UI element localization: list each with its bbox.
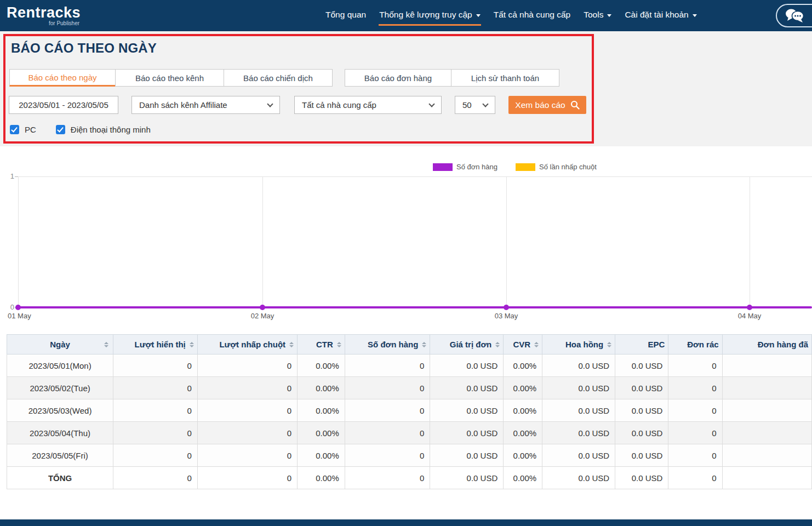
sort-up-icon (495, 342, 500, 344)
table-cell: 0 (345, 377, 430, 399)
tab-3[interactable]: Báo cáo đơn hàng (345, 69, 451, 87)
sort-icon[interactable] (422, 342, 426, 347)
column-header-4[interactable]: Số đơn hàng (345, 335, 430, 355)
table-cell: 0.00% (298, 422, 345, 444)
table-cell: 0 (113, 467, 198, 489)
table-cell: 0.00% (504, 444, 542, 467)
data-point[interactable] (747, 305, 752, 310)
column-label: Đơn rác (687, 340, 718, 349)
smartphone-checkbox[interactable] (56, 125, 65, 134)
column-label: Đơn hàng đã (758, 340, 808, 349)
chevron-down-icon (607, 14, 611, 17)
cell-value: 0.00% (316, 428, 339, 438)
sort-icon[interactable] (534, 342, 539, 347)
data-point[interactable] (15, 305, 21, 310)
channel-select[interactable]: Danh sách kênh Affiliate (131, 96, 280, 114)
table-cell: 0 (345, 467, 430, 489)
chat-button[interactable] (776, 4, 812, 27)
table-cell: 2023/05/02(Tue) (7, 377, 113, 399)
cell-value: 0 (187, 473, 191, 483)
gridline (262, 176, 263, 308)
page-size-select[interactable]: 50 (455, 96, 495, 114)
page-title: BÁO CÁO THEO NGÀY (11, 41, 157, 56)
table-cell: 0.0 USD (430, 467, 504, 489)
view-report-button[interactable]: Xem báo cáo (508, 96, 586, 114)
cell-value: 0.0 USD (467, 473, 498, 483)
column-header-2[interactable]: Lượt nhấp chuột (197, 335, 297, 355)
tab-2[interactable]: Báo cáo chiến dịch (224, 69, 333, 87)
cell-value: 0.00% (513, 406, 537, 415)
sort-icon[interactable] (337, 342, 341, 347)
cell-value: 0.0 USD (632, 384, 663, 393)
tab-label: Báo cáo theo ngày (28, 73, 96, 82)
table-cell: 0 (197, 377, 297, 399)
nav-item-label: Tổng quan (325, 10, 366, 20)
column-header-content: Đơn hàng đã (726, 340, 808, 349)
table-cell: 0 (345, 399, 430, 422)
page-size-value: 50 (462, 100, 472, 110)
cell-value: 0.0 USD (578, 361, 609, 370)
data-point[interactable] (260, 305, 265, 310)
data-point[interactable] (504, 305, 509, 310)
column-header-7[interactable]: Hoa hồng (542, 335, 615, 355)
date-range-input[interactable] (9, 96, 118, 114)
cell-value: 0.00% (316, 473, 339, 483)
chevron-down-icon (693, 14, 697, 17)
table-cell: 0.0 USD (615, 444, 668, 467)
cell-value: 0 (420, 473, 424, 483)
cell-value: 2023/05/04(Thu) (30, 428, 90, 438)
column-header-1[interactable]: Lượt hiển thị (113, 335, 198, 355)
channel-select-value: Danh sách kênh Affiliate (139, 100, 227, 110)
column-header-0[interactable]: Ngày (7, 335, 113, 355)
cell-value: 0 (287, 428, 291, 438)
cell-value: TỔNG (48, 473, 72, 483)
table-cell: 0 (197, 422, 297, 444)
table-cell: 0.0 USD (542, 444, 615, 467)
table-cell: 0.0 USD (615, 467, 668, 489)
sort-icon[interactable] (607, 342, 611, 347)
column-header-5[interactable]: Giá trị đơn (430, 335, 504, 355)
sort-icon[interactable] (190, 342, 194, 347)
report-tabs: Báo cáo theo ngàyBáo cáo theo kênhBáo cá… (9, 69, 559, 87)
sort-icon[interactable] (495, 342, 500, 347)
cell-value: 2023/05/05(Fri) (32, 451, 88, 460)
table-row: 2023/05/04(Thu)000.00%00.0 USD0.00%0.0 U… (7, 422, 812, 444)
table-cell: 0.0 USD (615, 377, 668, 399)
table-cell (722, 444, 811, 467)
chevron-down-icon (482, 101, 488, 107)
search-icon (570, 100, 580, 110)
column-label: Hoa hồng (565, 340, 603, 349)
tab-0[interactable]: Báo cáo theo ngày (9, 69, 116, 87)
device-filter-row: PC Điện thoại thông minh (10, 125, 151, 134)
series-line-orders (18, 306, 812, 308)
merchant-select[interactable]: Tất cả nhà cung cấp (294, 96, 442, 114)
nav-item-2[interactable]: Tất cả nhà cung cấp (493, 5, 571, 26)
column-header-3[interactable]: CTR (298, 335, 345, 355)
table-cell: 0 (113, 422, 198, 444)
table-cell (722, 377, 811, 399)
cell-value: 0 (287, 451, 291, 460)
nav-item-4[interactable]: Cài đặt tài khoản (624, 5, 697, 26)
column-header-6[interactable]: CVR (504, 335, 542, 355)
table-cell: 0.0 USD (542, 355, 615, 377)
cell-value: 0.0 USD (632, 361, 663, 370)
nav-item-0[interactable]: Tổng quan (325, 5, 367, 26)
sort-icon[interactable] (289, 342, 294, 347)
sort-down-icon (422, 345, 426, 347)
nav-item-3[interactable]: Tools (583, 5, 612, 26)
table-cell: 0 (668, 377, 722, 399)
column-header-content: CVR (507, 340, 539, 349)
table-cell: 0.00% (298, 399, 345, 422)
sort-icon[interactable] (104, 342, 108, 347)
brand-logo[interactable]: Rentracks for Publisher (7, 5, 81, 26)
tab-1[interactable]: Báo cáo theo kênh (115, 69, 224, 87)
table-cell: 0.00% (298, 355, 345, 377)
cell-value: 0 (287, 361, 291, 370)
footer-bar (0, 519, 812, 526)
cell-value: 0 (287, 473, 291, 483)
tab-4[interactable]: Lịch sử thanh toán (451, 69, 559, 87)
nav-item-1[interactable]: Thống kê lượng truy cập (379, 5, 481, 26)
pc-checkbox[interactable] (10, 125, 19, 134)
sort-up-icon (422, 342, 426, 344)
table-cell: 0.0 USD (615, 399, 668, 422)
